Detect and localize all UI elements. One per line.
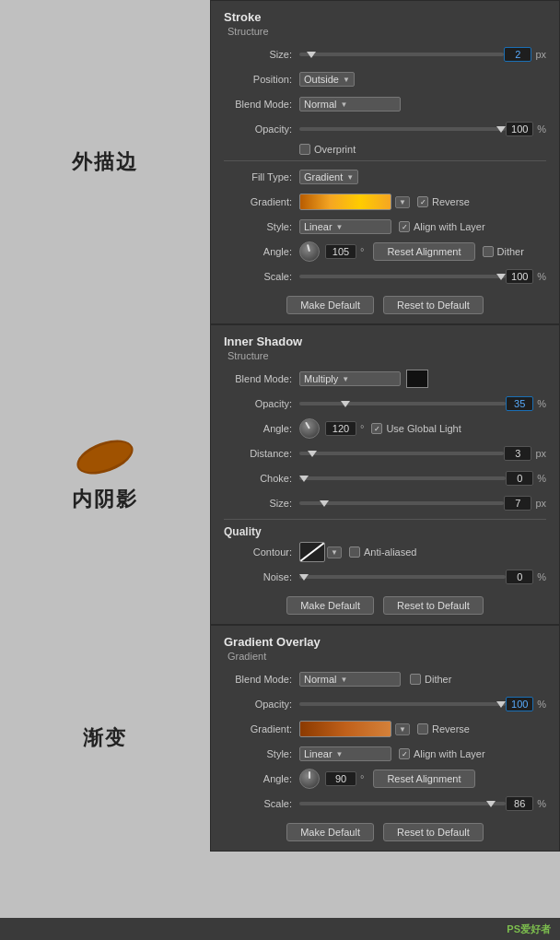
- is-color-swatch[interactable]: [406, 370, 428, 388]
- is-noise-input[interactable]: 0: [506, 570, 533, 584]
- is-blend-dropdown[interactable]: Multiply ▼: [299, 371, 401, 386]
- stroke-blend-label: Blend Mode:: [224, 99, 299, 110]
- is-noise-slider-thumb[interactable]: [299, 574, 309, 581]
- go-dither-cb[interactable]: [410, 674, 421, 685]
- stroke-opacity-input[interactable]: 100: [506, 122, 533, 136]
- is-distance-slider-track[interactable]: [299, 452, 504, 455]
- is-global-light-cb[interactable]: ✓: [371, 423, 382, 434]
- is-choke-slider-track[interactable]: [299, 476, 506, 480]
- is-quality-title: Quality: [224, 525, 546, 538]
- is-distance-unit: px: [535, 448, 546, 459]
- stroke-opacity-slider-track[interactable]: [299, 127, 506, 131]
- go-style-arrow: ▼: [336, 750, 344, 758]
- go-align-group: ✓ Align with Layer: [399, 748, 485, 759]
- is-opacity-row: Opacity: 35 %: [224, 394, 546, 414]
- is-noise-slider-container: [299, 575, 506, 579]
- is-anti-aliased-label: Anti-aliased: [364, 546, 416, 558]
- go-style-row: Style: Linear ▼ ✓ Align with Layer: [224, 744, 546, 764]
- stroke-scale-row: Scale: 100 %: [224, 266, 546, 287]
- stroke-align-cb[interactable]: ✓: [399, 221, 410, 232]
- is-opacity-slider-track[interactable]: [299, 402, 506, 405]
- stroke-scale-input[interactable]: 100: [506, 269, 533, 284]
- is-size-slider-track[interactable]: [299, 501, 504, 505]
- stroke-size-row: Size: 2 px: [224, 44, 546, 65]
- go-scale-slider-track[interactable]: [299, 802, 506, 805]
- is-opacity-slider-thumb[interactable]: [341, 401, 350, 407]
- go-align-cb[interactable]: ✓: [399, 748, 410, 759]
- go-opacity-slider-thumb[interactable]: [496, 701, 506, 708]
- stroke-reset-default-button[interactable]: Reset to Default: [383, 296, 484, 314]
- go-reset-default-button[interactable]: Reset to Default: [383, 823, 484, 841]
- is-choke-row: Choke: 0 %: [224, 468, 546, 488]
- gradient-overlay-row: 渐变 Gradient Overlay Gradient Blend Mode:…: [0, 625, 560, 852]
- is-noise-unit: %: [537, 571, 546, 582]
- gradient-overlay-annotation-col: 渐变: [0, 625, 210, 852]
- go-opacity-slider-track[interactable]: [299, 702, 506, 706]
- stroke-position-dropdown[interactable]: Outside ▼: [299, 72, 355, 87]
- stroke-opacity-slider-thumb[interactable]: [496, 126, 506, 133]
- go-dither-group: Dither: [410, 674, 451, 685]
- stroke-reset-alignment-button[interactable]: Reset Alignment: [373, 242, 474, 261]
- is-size-input[interactable]: 7: [504, 496, 531, 511]
- go-angle-input[interactable]: 90: [325, 771, 356, 786]
- stroke-reverse-cb[interactable]: ✓: [417, 196, 428, 207]
- stroke-fill-type-dropdown[interactable]: Gradient ▼: [299, 170, 358, 184]
- is-angle-knob[interactable]: [299, 418, 320, 439]
- go-blend-dropdown[interactable]: Normal ▼: [299, 672, 401, 687]
- stroke-size-slider-track[interactable]: [299, 53, 504, 56]
- go-reverse-cb[interactable]: [417, 723, 428, 734]
- is-make-default-button[interactable]: Make Default: [286, 596, 374, 615]
- go-gradient-dropdown[interactable]: ▼: [395, 723, 410, 735]
- is-angle-label: Angle:: [224, 423, 299, 434]
- go-gradient-bar[interactable]: [299, 721, 391, 737]
- is-contour-arrow: ▼: [331, 548, 338, 557]
- stroke-gradient-dropdown[interactable]: ▼: [395, 196, 410, 208]
- stroke-position-row: Position: Outside ▼: [224, 69, 546, 89]
- is-contour-dropdown[interactable]: ▼: [327, 546, 342, 558]
- stroke-scale-slider-track[interactable]: [299, 275, 506, 278]
- is-opacity-input[interactable]: 35: [506, 396, 533, 411]
- stroke-size-slider-thumb[interactable]: [307, 52, 316, 58]
- stroke-make-default-button[interactable]: Make Default: [286, 296, 374, 314]
- is-opacity-unit: %: [537, 398, 546, 409]
- is-noise-slider-track[interactable]: [299, 575, 506, 579]
- is-contour-swatch[interactable]: [299, 542, 325, 562]
- go-blend-row: Blend Mode: Normal ▼ Dither: [224, 669, 546, 689]
- go-style-dropdown[interactable]: Linear ▼: [299, 746, 391, 761]
- go-angle-knob[interactable]: [299, 769, 320, 789]
- is-anti-aliased-cb[interactable]: [349, 546, 360, 558]
- is-choke-label: Choke:: [224, 473, 299, 484]
- is-choke-slider-thumb[interactable]: [299, 476, 309, 482]
- stroke-gradient-label: Gradient:: [224, 196, 299, 207]
- is-angle-input[interactable]: 120: [325, 421, 356, 436]
- is-reset-default-button[interactable]: Reset to Default: [383, 596, 484, 615]
- stroke-blend-dropdown[interactable]: Normal ▼: [299, 97, 401, 112]
- is-noise-label: Noise:: [224, 571, 299, 582]
- go-reset-alignment-button[interactable]: Reset Alignment: [373, 770, 474, 788]
- stroke-opacity-label: Opacity:: [224, 123, 299, 135]
- stroke-angle-unit: °: [360, 246, 364, 257]
- go-panel-subtitle: Gradient: [224, 651, 546, 662]
- is-opacity-label: Opacity:: [224, 398, 299, 409]
- is-distance-input[interactable]: 3: [504, 446, 531, 461]
- stroke-dither-cb[interactable]: [483, 246, 494, 257]
- is-choke-input[interactable]: 0: [506, 471, 533, 486]
- stroke-overprint-cb[interactable]: [299, 144, 310, 155]
- stroke-fill-type-value: Gradient: [304, 171, 343, 182]
- is-distance-slider-thumb[interactable]: [308, 451, 317, 457]
- go-opacity-input[interactable]: 100: [506, 697, 533, 711]
- stroke-angle-input[interactable]: 105: [325, 244, 356, 259]
- go-scale-input[interactable]: 86: [506, 796, 533, 811]
- stroke-align-label: Align with Layer: [414, 221, 485, 232]
- stroke-dither-group: Dither: [483, 246, 524, 257]
- is-contour-row: Contour: ▼ Anti-aliased: [224, 542, 546, 562]
- stroke-size-input[interactable]: 2: [504, 47, 531, 62]
- go-scale-slider-thumb[interactable]: [486, 801, 496, 807]
- stroke-style-dropdown[interactable]: Linear ▼: [299, 219, 391, 234]
- go-style-label: Style:: [224, 748, 299, 759]
- stroke-scale-slider-thumb[interactable]: [496, 274, 506, 280]
- stroke-angle-knob[interactable]: [299, 241, 320, 262]
- go-make-default-button[interactable]: Make Default: [286, 823, 374, 841]
- is-size-slider-thumb[interactable]: [320, 500, 329, 507]
- stroke-gradient-bar[interactable]: [299, 194, 391, 210]
